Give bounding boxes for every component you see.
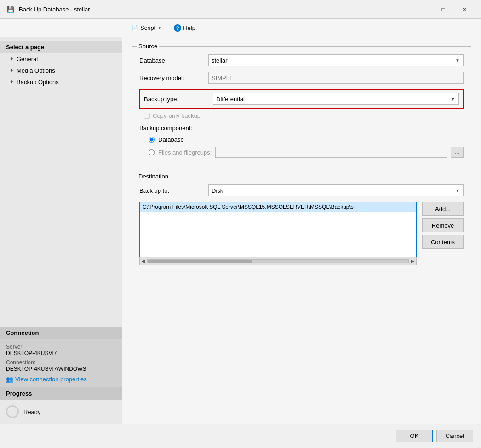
connection-label: Connection: xyxy=(6,359,116,366)
copy-only-checkbox[interactable] xyxy=(144,113,150,119)
connection-content: Server: DESKTOP-4KUSVI7 Connection: DESK… xyxy=(0,339,122,387)
destination-group: Destination Back up to: Disk URL xyxy=(132,177,471,271)
contents-button[interactable]: Contents xyxy=(422,235,464,249)
copy-only-label: Copy-only backup xyxy=(153,112,200,119)
sidebar-item-general-label: General xyxy=(17,56,38,63)
source-group-label: Source xyxy=(137,43,159,50)
close-button[interactable]: ✕ xyxy=(454,2,475,17)
back-up-to-select[interactable]: Disk URL xyxy=(208,184,464,196)
view-connection-label: View connection properties xyxy=(15,376,87,383)
database-select[interactable]: stellar xyxy=(208,54,464,66)
server-row: Server: DESKTOP-4KUSVI7 xyxy=(6,344,116,356)
radio-database-row: Database xyxy=(139,136,464,143)
connection-value: DESKTOP-4KUSVI7\WINDOWS xyxy=(6,366,116,372)
help-icon: ? xyxy=(174,24,181,32)
script-icon: 📄 xyxy=(132,25,138,31)
view-connection-link[interactable]: 👥 View connection properties xyxy=(6,376,116,383)
recovery-model-label: Recovery model: xyxy=(139,75,208,81)
script-label: Script xyxy=(140,24,155,31)
sidebar-item-backup-options[interactable]: ✦ Backup Options xyxy=(0,76,122,88)
maximize-button[interactable]: □ xyxy=(433,2,454,17)
progress-content: Ready xyxy=(0,400,122,424)
main-window: 💾 Back Up Database - stellar — □ ✕ 📄 Scr… xyxy=(0,0,481,448)
cancel-button[interactable]: Cancel xyxy=(436,430,473,442)
destination-group-label: Destination xyxy=(137,173,170,180)
connection-section: Connection Server: DESKTOP-4KUSVI7 Conne… xyxy=(0,327,122,387)
sidebar-item-media-options-label: Media Options xyxy=(17,67,55,74)
sidebar-spacer xyxy=(0,92,122,327)
copy-only-row: Copy-only backup xyxy=(139,112,464,119)
destination-list-item[interactable]: C:\Program Files\Microsoft SQL Server\MS… xyxy=(140,202,416,212)
database-select-wrapper: stellar xyxy=(208,54,464,66)
recovery-model-control xyxy=(208,72,464,84)
general-icon: ✦ xyxy=(10,56,14,62)
server-label: Server: xyxy=(6,344,116,350)
connection-title: Connection xyxy=(0,327,122,339)
progress-status: Ready xyxy=(23,408,41,415)
main-content: Select a page ✦ General ✦ Media Options … xyxy=(0,37,481,424)
backup-type-highlight: Backup type: Differential Full Transacti… xyxy=(139,89,464,109)
scrollbar-track[interactable] xyxy=(147,259,409,263)
window-controls: — □ ✕ xyxy=(412,2,475,17)
ok-button[interactable]: OK xyxy=(396,430,433,442)
recovery-model-row: Recovery model: xyxy=(139,72,464,84)
destination-list-row: C:\Program Files\Microsoft SQL Server\MS… xyxy=(139,202,464,265)
destination-list-wrap: C:\Program Files\Microsoft SQL Server\MS… xyxy=(139,202,417,265)
window-title: Back Up Database - stellar xyxy=(19,6,412,13)
destination-list[interactable]: C:\Program Files\Microsoft SQL Server\MS… xyxy=(139,202,417,257)
back-up-to-row: Back up to: Disk URL xyxy=(139,184,464,196)
files-filegroups-row: Files and filegroups: ... xyxy=(139,147,464,158)
progress-section: Progress Ready xyxy=(0,387,122,424)
minimize-button[interactable]: — xyxy=(412,2,433,17)
sidebar: Select a page ✦ General ✦ Media Options … xyxy=(0,37,122,424)
right-panel: Source Database: stellar Recovery mode xyxy=(122,37,481,424)
backup-component-label: Backup component: xyxy=(139,125,464,132)
app-icon: 💾 xyxy=(6,5,15,14)
help-label: Help xyxy=(183,24,195,31)
connection-row: Connection: DESKTOP-4KUSVI7\WINDOWS xyxy=(6,359,116,372)
backup-type-select[interactable]: Differential Full Transaction Log xyxy=(213,93,459,105)
files-browse-button[interactable]: ... xyxy=(451,147,464,158)
radio-files[interactable] xyxy=(149,149,155,155)
destination-inner: Back up to: Disk URL C:\Program Fi xyxy=(132,179,471,271)
bottom-bar: OK Cancel xyxy=(0,424,481,448)
backup-type-label: Backup type: xyxy=(144,96,213,103)
add-button[interactable]: Add... xyxy=(422,202,464,216)
backup-options-icon: ✦ xyxy=(10,79,14,85)
page-section: Select a page ✦ General ✦ Media Options … xyxy=(0,37,122,92)
source-group: Source Database: stellar Recovery mode xyxy=(132,46,471,167)
destination-scrollbar: ◀ ▶ xyxy=(139,257,417,265)
toolbar: 📄 Script ▼ ? Help xyxy=(0,19,481,37)
connection-link-icon: 👥 xyxy=(6,376,13,383)
sidebar-item-media-options[interactable]: ✦ Media Options xyxy=(0,65,122,76)
radio-database[interactable] xyxy=(149,137,155,143)
backup-type-select-wrapper: Differential Full Transaction Log xyxy=(213,93,459,105)
back-up-to-select-wrapper: Disk URL xyxy=(208,184,464,196)
scroll-right-arrow[interactable]: ▶ xyxy=(411,258,414,264)
script-button[interactable]: 📄 Script ▼ xyxy=(127,22,166,34)
script-dropdown-arrow: ▼ xyxy=(157,25,162,30)
scrollbar-thumb xyxy=(148,260,252,263)
select-page-title: Select a page xyxy=(0,41,122,53)
radio-database-label: Database xyxy=(158,136,184,143)
media-options-icon: ✦ xyxy=(10,68,14,74)
sidebar-item-general[interactable]: ✦ General xyxy=(0,53,122,65)
sidebar-item-backup-options-label: Backup Options xyxy=(17,79,59,86)
database-label: Database: xyxy=(139,57,208,64)
progress-spinner xyxy=(6,405,19,418)
help-button[interactable]: ? Help xyxy=(170,22,200,34)
titlebar: 💾 Back Up Database - stellar — □ ✕ xyxy=(0,0,481,19)
progress-title: Progress xyxy=(0,387,122,400)
back-up-to-label: Back up to: xyxy=(139,187,208,194)
recovery-model-input xyxy=(208,72,464,84)
backup-component-row: Backup component: Database Files and fil… xyxy=(139,125,464,158)
source-inner: Database: stellar Recovery model: xyxy=(132,49,471,167)
remove-button[interactable]: Remove xyxy=(422,218,464,232)
backup-type-container: Backup type: Differential Full Transacti… xyxy=(139,89,464,109)
files-label: Files and filegroups: xyxy=(158,149,212,156)
server-value: DESKTOP-4KUSVI7 xyxy=(6,350,116,356)
scroll-left-arrow[interactable]: ◀ xyxy=(142,258,145,264)
destination-buttons: Add... Remove Contents xyxy=(422,202,464,249)
database-row: Database: stellar xyxy=(139,54,464,66)
files-input[interactable] xyxy=(215,147,447,158)
